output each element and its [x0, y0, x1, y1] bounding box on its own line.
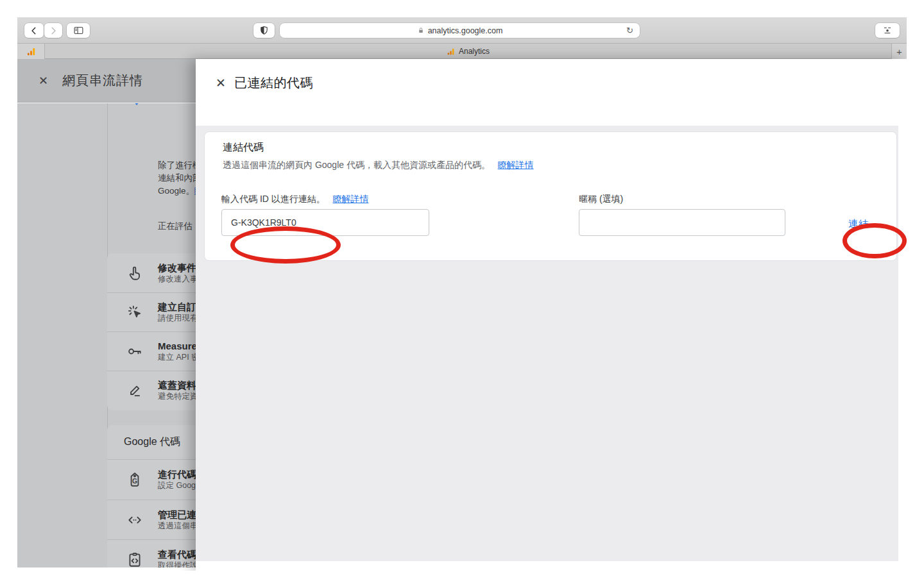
reload-button[interactable]: ↻: [625, 26, 635, 35]
list-item-redact-data[interactable]: 遮蓋資料 避免特定資: [107, 371, 196, 410]
svg-text:G: G: [132, 478, 137, 485]
sidebar-toggle-button[interactable]: [67, 23, 90, 38]
url-text: analytics.google.com: [428, 26, 503, 35]
close-icon[interactable]: ✕: [216, 76, 226, 90]
pinned-tab-analytics[interactable]: [17, 44, 45, 59]
back-button[interactable]: [24, 23, 44, 38]
google-tag-section-title: Google 代碼: [124, 435, 180, 449]
web-stream-details-panel: ✕ 網頁串流詳情 除了進行機 連結和內部 Google。瞭 正在評估: [17, 59, 196, 571]
tab-analytics[interactable]: Analytics: [45, 44, 891, 59]
analytics-logo-icon: [26, 47, 36, 56]
events-card: 修改事件 修改連入事 建立自訂 請使用現有: [107, 253, 196, 410]
sidebar-icon: [73, 25, 84, 36]
forward-button[interactable]: [44, 23, 62, 38]
browser-toolbar: analytics.google.com ↻: [17, 17, 907, 44]
list-item-subtitle: 透過這個串: [158, 521, 196, 532]
connected-tags-title: 已連結的代碼: [234, 74, 313, 92]
list-item-title: Measure: [158, 340, 196, 352]
star-lines-icon: [882, 26, 893, 35]
list-item-title: 建立自訂: [158, 301, 196, 313]
link-tag-card: 連結代碼 透過這個串流的網頁內 Google 代碼，載入其他資源或產品的代碼。 …: [204, 131, 897, 261]
url-bar[interactable]: analytics.google.com ↻: [280, 23, 640, 38]
web-stream-details-body: 除了進行機 連結和內部 Google。瞭 正在評估 修改事件 修改連入事: [17, 103, 196, 567]
list-item-create-custom[interactable]: 建立自訂 請使用現有: [107, 292, 196, 332]
view-instructions-icon: [126, 551, 143, 567]
list-item-configure-tag[interactable]: G 進行代碼 設定 Goog: [107, 459, 196, 500]
click-icon: [126, 304, 143, 321]
learn-more-link[interactable]: 瞭解詳情: [498, 160, 534, 170]
back-chevron-icon: [30, 26, 38, 35]
connected-tags-content: 連結代碼 透過這個串流的網頁內 Google 代碼，載入其他資源或產品的代碼。 …: [196, 126, 898, 561]
list-item-title: 修改事件: [158, 262, 196, 274]
list-item-subtitle: 避免特定資: [158, 391, 196, 402]
close-icon[interactable]: ✕: [38, 74, 48, 88]
tag-id-input[interactable]: [221, 209, 429, 236]
link-button[interactable]: 連結: [839, 214, 878, 233]
list-item-title: 遮蓋資料: [158, 379, 196, 391]
screenshot-stage: analytics.google.com ↻: [0, 0, 924, 588]
privacy-report-button[interactable]: [253, 23, 275, 38]
nickname-label: 暱稱 (選填): [579, 194, 623, 205]
link-tag-card-title: 連結代碼: [223, 141, 264, 155]
tab-title: Analytics: [459, 47, 490, 56]
list-item-measurement-protocol[interactable]: Measure 建立 API 密: [107, 332, 196, 371]
web-stream-details-title: 網頁串流詳情: [62, 72, 143, 89]
forward-chevron-icon: [49, 26, 58, 35]
new-tab-button[interactable]: +: [891, 44, 907, 59]
list-item-view-tag-instructions[interactable]: 查看代碼 取得操作說: [107, 539, 196, 567]
tab-bar: Analytics +: [17, 44, 907, 59]
link-tag-card-description: 透過這個串流的網頁內 Google 代碼，載入其他資源或產品的代碼。 瞭解詳情: [223, 160, 534, 171]
google-tag-icon: G: [126, 471, 143, 488]
list-item-title: 進行代碼: [158, 468, 196, 480]
intro-text: 除了進行機 連結和內部 Google。瞭: [158, 159, 196, 197]
tag-id-label: 輸入代碼 ID 以進行連結。 瞭解詳情: [221, 194, 368, 205]
redact-icon: [126, 382, 143, 399]
downloads-button[interactable]: [875, 23, 900, 38]
google-tag-section-header: Google 代碼: [107, 425, 196, 459]
list-item-subtitle: 設定 Goog: [158, 480, 196, 491]
google-tag-card: Google 代碼 G 進行代碼 設定 Goog 管理已連 透過這個串: [107, 425, 196, 567]
nickname-input[interactable]: [579, 209, 785, 236]
list-item-subtitle: 建立 API 密: [158, 352, 196, 363]
key-icon: [126, 343, 143, 360]
lock-icon: [417, 26, 425, 35]
connected-tags-icon: [126, 512, 143, 528]
dropdown-caret-icon: [133, 103, 141, 105]
list-item-title: 查看代碼: [158, 548, 196, 560]
web-stream-details-header: ✕ 網頁串流詳情: [17, 59, 196, 103]
list-item-subtitle: 取得操作說: [158, 560, 196, 567]
tag-id-learn-more-link[interactable]: 瞭解詳情: [332, 194, 368, 204]
status-text: 正在評估: [158, 221, 193, 232]
shield-icon: [259, 26, 269, 35]
analytics-favicon-icon: [447, 47, 455, 56]
list-item-manage-connected-tags[interactable]: 管理已連 透過這個串: [107, 500, 196, 539]
safari-window: analytics.google.com ↻: [17, 17, 907, 571]
list-item-subtitle: 請使用現有: [158, 313, 196, 324]
list-item-title: 管理已連: [158, 508, 196, 521]
list-item-modify-events[interactable]: 修改事件 修改連入事: [107, 253, 196, 292]
tap-icon: [126, 265, 143, 281]
list-item-subtitle: 修改連入事: [158, 274, 196, 285]
connected-tags-panel: ✕ 已連結的代碼 連結代碼 透過這個串流的網頁內 Google 代碼，載入其他資…: [196, 59, 907, 571]
